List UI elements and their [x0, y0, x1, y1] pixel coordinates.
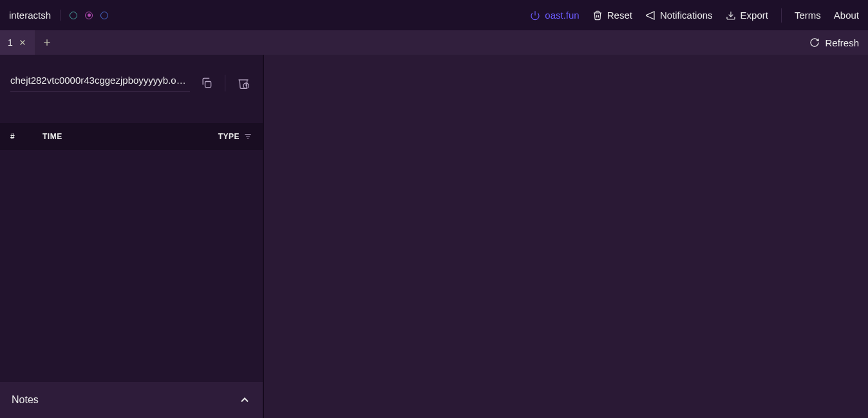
download-icon — [726, 10, 736, 21]
about-label: About — [834, 10, 859, 21]
about-link[interactable]: About — [834, 10, 859, 21]
power-icon — [530, 10, 540, 21]
svg-rect-6 — [205, 82, 211, 88]
add-tab-button[interactable] — [35, 30, 59, 55]
status-dot-magenta — [85, 12, 93, 19]
app-header: interactsh oast.fun Reset Notifications … — [0, 0, 868, 30]
requests-table-body — [0, 150, 263, 382]
status-indicators — [70, 12, 108, 19]
export-button[interactable]: Export — [726, 10, 768, 21]
filter-icon[interactable] — [243, 132, 252, 141]
trash-clock-icon — [237, 77, 250, 90]
notes-label: Notes — [12, 394, 39, 406]
header-divider — [781, 8, 782, 23]
status-dot-teal — [70, 12, 77, 19]
detail-pane — [264, 55, 868, 418]
reset-button[interactable]: Reset — [592, 10, 632, 21]
plus-icon — [42, 37, 52, 48]
tab-label: 1 — [8, 37, 13, 48]
column-number: # — [10, 132, 42, 141]
notifications-button[interactable]: Notifications — [645, 10, 713, 21]
host-label: oast.fun — [545, 10, 579, 21]
terms-link[interactable]: Terms — [795, 10, 821, 21]
notifications-label: Notifications — [660, 10, 713, 21]
column-type[interactable]: TYPE — [218, 132, 252, 141]
refresh-label: Refresh — [825, 37, 859, 48]
reset-label: Reset — [607, 10, 632, 21]
close-icon[interactable] — [18, 38, 27, 47]
column-type-label: TYPE — [218, 132, 240, 141]
payload-url[interactable]: chejt282vtc0000r43cggezjpboyyyyyb.oas... — [10, 75, 190, 91]
refresh-icon — [809, 37, 820, 48]
megaphone-icon — [645, 10, 656, 21]
payload-url-row: chejt282vtc0000r43cggezjpboyyyyyb.oas... — [0, 55, 263, 100]
tab-1[interactable]: 1 — [0, 30, 35, 55]
url-divider — [225, 75, 225, 91]
chevron-up-icon — [238, 394, 251, 406]
column-time[interactable]: TIME — [42, 132, 218, 141]
host-button[interactable]: oast.fun — [530, 10, 579, 21]
main-area: chejt282vtc0000r43cggezjpboyyyyyb.oas...… — [0, 55, 868, 418]
sidebar: chejt282vtc0000r43cggezjpboyyyyyb.oas...… — [0, 55, 264, 418]
status-dot-blue — [100, 12, 108, 19]
clear-history-button[interactable] — [234, 74, 252, 92]
export-label: Export — [741, 10, 768, 21]
copy-url-button[interactable] — [198, 74, 216, 92]
tabs-bar: 1 Refresh — [0, 30, 868, 55]
trash-icon — [592, 10, 603, 21]
copy-icon — [200, 77, 213, 90]
terms-label: Terms — [795, 10, 821, 21]
notes-toggle[interactable]: Notes — [0, 382, 263, 418]
app-logo: interactsh — [9, 10, 61, 21]
requests-table-header: # TIME TYPE — [0, 123, 263, 150]
refresh-button[interactable]: Refresh — [800, 30, 868, 55]
